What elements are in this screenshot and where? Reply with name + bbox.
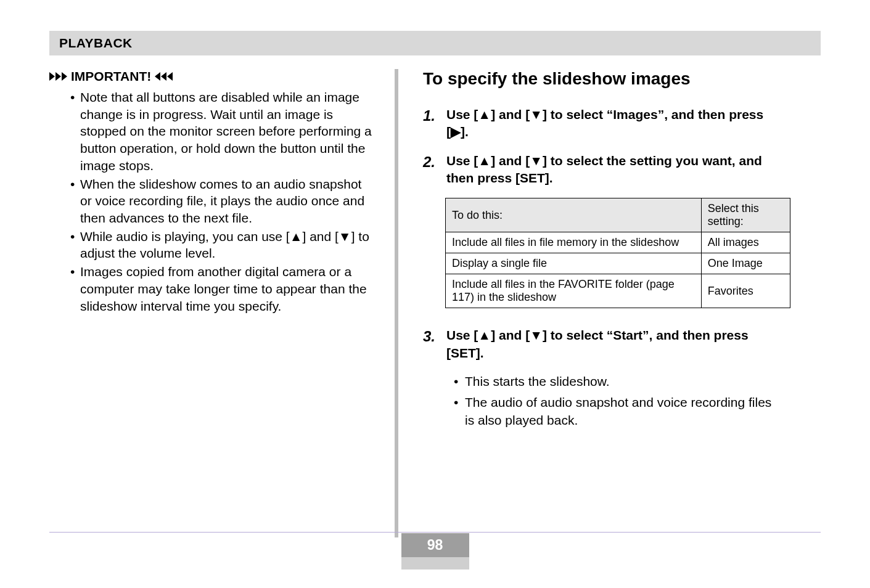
list-item: Images copied from another digital camer… (70, 263, 376, 314)
table-cell: Include all files in the FAVORITE folder… (446, 274, 702, 308)
right-column: To specify the slideshow images 1. Use [… (398, 69, 781, 537)
important-label: IMPORTANT! (71, 69, 151, 84)
table-row: Display a single file One Image (446, 253, 790, 274)
table-cell: All images (701, 232, 790, 253)
step-number: 2. (423, 152, 440, 187)
list-item: While audio is playing, you can use [▲] … (70, 228, 376, 262)
step-2: 2. Use [▲] and [▼] to select the setting… (423, 152, 781, 187)
page-number: 98 (401, 533, 469, 557)
section-title: PLAYBACK (59, 36, 133, 50)
step-3: 3. Use [▲] and [▼] to select “Start”, an… (423, 327, 781, 362)
triangle-left-icon (155, 72, 173, 81)
step-number: 1. (423, 106, 440, 141)
list-item: Note that all buttons are disabled while… (70, 89, 376, 174)
manual-page: PLAYBACK IMPORTANT! Note that all button… (0, 0, 870, 588)
list-item: This starts the slideshow. (454, 373, 781, 390)
step-1: 1. Use [▲] and [▼] to select “Images”, a… (423, 106, 781, 141)
section-header: PLAYBACK (49, 31, 821, 55)
table-cell: Favorites (701, 274, 790, 308)
important-list: Note that all buttons are disabled while… (49, 89, 376, 314)
table-row: Include all files in file memory in the … (446, 232, 790, 253)
two-column-layout: IMPORTANT! Note that all buttons are dis… (49, 69, 821, 537)
list-item: The audio of audio snapshot and voice re… (454, 394, 781, 429)
important-heading: IMPORTANT! (49, 69, 376, 84)
table-header: To do this: (446, 198, 702, 232)
step-text: Use [▲] and [▼] to select the setting yo… (446, 152, 781, 187)
footer-rule (49, 532, 821, 533)
table-row: Include all files in the FAVORITE folder… (446, 274, 790, 308)
table-cell: One Image (701, 253, 790, 274)
subsection-heading: To specify the slideshow images (423, 69, 781, 89)
page-footer: 98 (0, 533, 870, 570)
step-text: Use [▲] and [▼] to select “Start”, and t… (446, 327, 781, 362)
left-column: IMPORTANT! Note that all buttons are dis… (49, 69, 395, 537)
step-3-sublist: This starts the slideshow. The audio of … (423, 373, 781, 429)
table-header: Select this setting: (701, 198, 790, 232)
step-text: Use [▲] and [▼] to select “Images”, and … (446, 106, 781, 141)
step-number: 3. (423, 327, 440, 362)
settings-table: To do this: Select this setting: Include… (445, 198, 790, 308)
table-cell: Display a single file (446, 253, 702, 274)
list-item: When the slideshow comes to an audio sna… (70, 176, 376, 227)
table-header-row: To do this: Select this setting: (446, 198, 790, 232)
triangle-right-icon (49, 72, 67, 81)
page-number-shadow (401, 557, 469, 570)
table-cell: Include all files in file memory in the … (446, 232, 702, 253)
